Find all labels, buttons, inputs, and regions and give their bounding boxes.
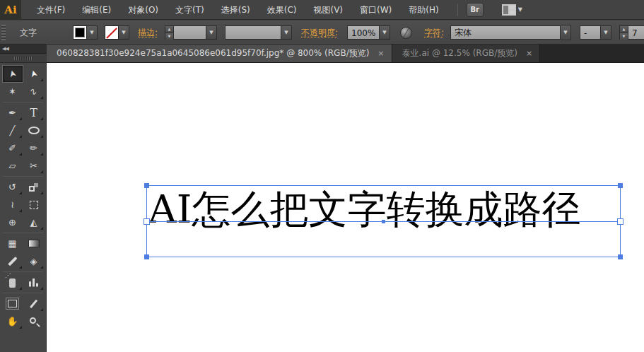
blob-brush-tool[interactable]: ▱ <box>2 157 23 175</box>
stepper-down-icon[interactable]: ▼ <box>165 33 173 40</box>
stroke-weight-field[interactable] <box>174 25 206 40</box>
recolor-artwork-icon <box>400 27 412 39</box>
menu-type[interactable]: 文字(T) <box>167 0 213 20</box>
opacity-field[interactable]: 100% <box>347 25 380 40</box>
selection-handle-bottom-left[interactable] <box>144 254 149 259</box>
stroke-weight-dropdown-button[interactable]: ▼ <box>206 25 217 40</box>
fill-color-widget[interactable]: ▼ <box>73 20 98 45</box>
rotate-tool[interactable]: ↺ <box>2 178 23 196</box>
perspective-grid-tool[interactable]: ◭ <box>23 213 45 231</box>
close-icon[interactable]: × <box>526 49 532 58</box>
chevron-down-icon: ▼ <box>209 30 213 35</box>
panel-collapse-button[interactable]: ◀◀ <box>0 45 47 54</box>
menu-select[interactable]: 选择(S) <box>213 0 259 20</box>
font-size-field[interactable]: 7 <box>628 25 644 40</box>
selection-handle-top-right[interactable] <box>618 183 623 188</box>
menu-help[interactable]: 帮助(H) <box>400 0 447 20</box>
blend-tool[interactable]: ◈ <box>23 252 45 270</box>
chevron-down-icon: ▼ <box>90 30 93 35</box>
character-panel-link[interactable]: 字符: <box>424 20 444 45</box>
close-icon[interactable]: × <box>377 49 384 58</box>
symbol-sprayer-icon <box>9 278 16 288</box>
hand-tool[interactable]: ✋ <box>2 312 23 330</box>
char-style-widget[interactable]: - ▼ <box>580 20 611 45</box>
scissors-tool[interactable]: ✂ <box>23 157 45 175</box>
pencil-tool[interactable]: ✏ <box>23 139 45 157</box>
char-style-field[interactable]: - <box>580 25 601 40</box>
line-segment-tool[interactable]: ╱ <box>2 122 23 139</box>
stroke-weight-stepper[interactable]: ▲ ▼ <box>165 25 174 40</box>
opacity-panel-link[interactable]: 不透明度: <box>301 20 338 45</box>
type-icon: T <box>30 106 37 119</box>
selection-handle-top-left[interactable] <box>144 183 149 188</box>
font-family-dropdown-button[interactable]: ▼ <box>561 25 571 40</box>
grip-dots-icon <box>14 57 33 60</box>
stroke-weight-widget[interactable]: ▲ ▼ ▼ <box>165 20 217 45</box>
opacity-widget[interactable]: 100% ▼ <box>347 20 390 45</box>
document-canvas[interactable]: AI怎么把文字转换成路径 <box>47 63 644 352</box>
lasso-tool[interactable]: ∿ <box>23 83 45 100</box>
menu-object[interactable]: 对象(O) <box>119 0 167 20</box>
pen-tool[interactable]: ✒ <box>2 104 23 122</box>
column-graph-tool[interactable] <box>23 274 45 291</box>
magic-wand-tool[interactable]: ✶ <box>2 83 23 100</box>
fill-dropdown-button[interactable]: ▼ <box>87 25 98 40</box>
recolor-artwork-button[interactable] <box>400 20 412 45</box>
tool-panel-grip[interactable] <box>0 54 47 63</box>
selection-tool[interactable]: ➤ <box>2 65 23 83</box>
control-bar-grip[interactable] <box>1 25 6 40</box>
document-tab-inactive[interactable]: 泰业.ai @ 12.5% (RGB/预览) × <box>392 45 541 62</box>
paintbrush-tool[interactable]: ✐ <box>2 139 23 157</box>
selection-handle-mid-left[interactable] <box>144 218 150 225</box>
type-tool[interactable]: T <box>23 104 45 122</box>
paintbrush-icon: ✐ <box>8 143 16 153</box>
menu-view[interactable]: 视图(V) <box>305 0 351 20</box>
menu-file[interactable]: 文件(F) <box>28 0 74 20</box>
direct-selection-tool[interactable]: ➤ <box>23 65 45 83</box>
selection-center-anchor[interactable] <box>382 220 385 223</box>
stepper-up-icon[interactable]: ▲ <box>165 26 173 33</box>
font-size-widget[interactable]: ▲ ▼ 7 <box>619 20 644 45</box>
opacity-dropdown-button[interactable]: ▼ <box>380 25 390 40</box>
ellipse-tool[interactable] <box>23 122 45 139</box>
blob-brush-icon: ▱ <box>9 160 16 171</box>
symbol-sprayer-tool[interactable] <box>2 274 23 291</box>
stroke-color-widget[interactable]: ▼ <box>105 20 129 45</box>
selection-handle-bottom-right[interactable] <box>618 254 623 259</box>
width-profile-widget[interactable]: ▼ <box>225 20 292 45</box>
menu-edit[interactable]: 编辑(E) <box>74 0 119 20</box>
stroke-panel-link[interactable]: 描边: <box>138 20 158 45</box>
menu-effect[interactable]: 效果(C) <box>259 0 305 20</box>
slice-tool[interactable] <box>23 295 45 312</box>
shape-builder-tool[interactable]: ⊕ <box>2 213 23 231</box>
bridge-button[interactable]: Br <box>467 3 484 17</box>
line-icon: ╱ <box>10 125 16 136</box>
width-profile-field[interactable] <box>225 25 281 40</box>
font-family-widget[interactable]: 宋体 ▼ <box>450 20 571 45</box>
direct-selection-tool-icon: ➤ <box>28 69 40 78</box>
char-style-dropdown-button[interactable]: ▼ <box>601 25 611 40</box>
control-bar: 文字 ▼ ▼ 描边: ▲ ▼ ▼ ▼ 不透明度: 100% ▼ 字符: 宋体 <box>0 20 644 45</box>
free-transform-tool[interactable] <box>23 196 45 213</box>
font-family-field[interactable]: 宋体 <box>450 25 561 40</box>
selection-handle-mid-right[interactable] <box>617 218 623 225</box>
width-tool[interactable]: ≀ <box>2 196 23 213</box>
stepper-up-icon[interactable]: ▲ <box>620 26 628 33</box>
stepper-down-icon[interactable]: ▼ <box>620 33 628 40</box>
menu-window[interactable]: 窗口(W) <box>351 0 400 20</box>
rotate-icon: ↺ <box>8 182 16 192</box>
arrange-documents-button[interactable]: ▼ <box>502 4 522 16</box>
fill-swatch-icon[interactable] <box>73 25 87 40</box>
artboard-tool[interactable] <box>2 295 23 312</box>
stroke-none-swatch-icon[interactable] <box>105 25 119 40</box>
scale-tool[interactable] <box>23 178 45 196</box>
gradient-tool[interactable] <box>23 235 45 252</box>
document-tab-active[interactable]: 060828381f30e924e75a1a0645086e061d95f70f… <box>47 45 392 62</box>
perspective-grid-icon: ◭ <box>30 217 37 228</box>
zoom-tool[interactable] <box>23 312 45 330</box>
stroke-dropdown-button[interactable]: ▼ <box>119 25 129 40</box>
width-profile-dropdown-button[interactable]: ▼ <box>281 25 292 40</box>
font-size-stepper[interactable]: ▲ ▼ <box>619 25 628 40</box>
eyedropper-tool[interactable] <box>2 252 23 270</box>
mesh-tool[interactable]: ▦ <box>2 235 23 252</box>
